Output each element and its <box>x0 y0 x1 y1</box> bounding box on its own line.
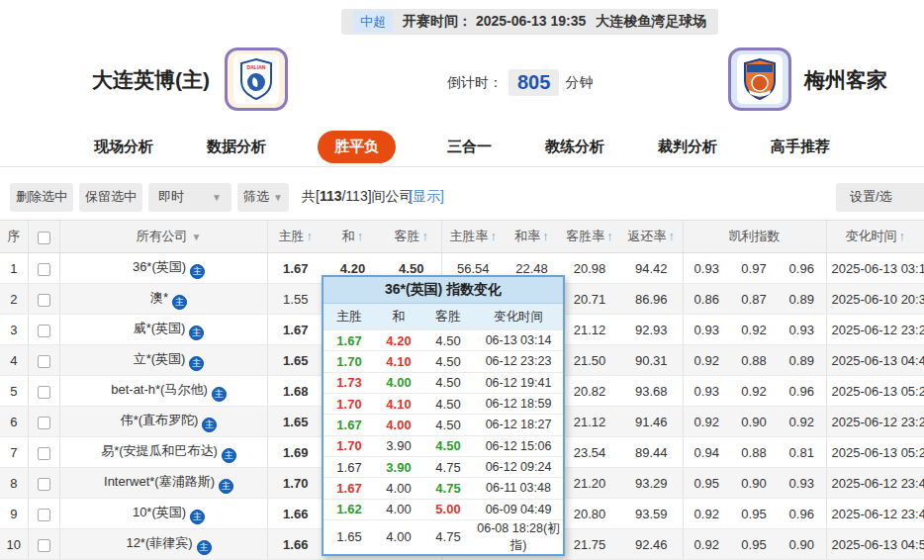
company-name[interactable]: 澳* <box>150 290 168 305</box>
popup-header-away: 客胜 <box>422 308 474 326</box>
tab-裁判分析[interactable]: 裁判分析 <box>656 131 719 163</box>
company-cell[interactable]: 36*(英国)主 <box>59 253 267 284</box>
tab-教练分析[interactable]: 教练分析 <box>543 131 606 163</box>
header-seq: 序 <box>0 221 28 253</box>
away-rate: 20.71 <box>559 284 620 315</box>
company-cell[interactable]: Interwet*(塞浦路斯)主 <box>59 468 267 499</box>
company-cell[interactable]: 12*(菲律宾)主 <box>59 529 267 560</box>
host-icon: 主 <box>190 264 205 279</box>
home-odds: 1.69 <box>267 437 323 468</box>
return-rate: 92.46 <box>620 529 683 560</box>
row-checkbox-cell <box>28 284 59 315</box>
away-rate: 21.75 <box>559 529 620 560</box>
company-cell[interactable]: 易*(安提瓜和巴布达)主 <box>59 437 267 468</box>
kelly-value: 0.96 <box>778 253 826 284</box>
company-name[interactable]: 伟*(直布罗陀) <box>121 413 199 427</box>
row-checkbox[interactable] <box>38 294 50 307</box>
header-away-odds[interactable]: 客胜↑ <box>382 221 441 253</box>
header-home-rate[interactable]: 主胜率↑ <box>441 221 505 253</box>
company-name[interactable]: 12*(菲律宾) <box>126 535 192 550</box>
popup-change-time: 06-12 09:24 <box>474 460 563 474</box>
row-checkbox[interactable] <box>38 263 50 276</box>
company-cell[interactable]: 立*(英国)主 <box>59 345 267 376</box>
header-change-time[interactable]: 变化时间↑ <box>826 221 924 253</box>
row-checkbox[interactable] <box>38 325 50 337</box>
company-cell[interactable]: 威*(英国)主 <box>59 315 267 345</box>
popup-history-row: 1.703.904.5006-12 15:06 <box>323 435 563 456</box>
sort-up-icon: ↑ <box>542 229 549 243</box>
popup-draw-odds: 4.20 <box>375 333 422 348</box>
kelly-value: 0.92 <box>683 529 730 560</box>
header-return-rate[interactable]: 返还率↑ <box>620 221 683 253</box>
row-checkbox[interactable] <box>38 478 50 491</box>
kelly-value: 0.95 <box>683 468 730 499</box>
row-seq: 10 <box>0 529 28 560</box>
company-name[interactable]: Interwet*(塞浦路斯) <box>104 474 215 489</box>
header-draw-odds[interactable]: 和↑ <box>323 221 382 253</box>
analysis-tabs: 现场分析数据分析胜平负三合一教练分析裁判分析高手推荐 <box>0 127 924 167</box>
company-name[interactable]: 易*(安提瓜和巴布达) <box>101 443 218 458</box>
row-seq: 1 <box>0 253 28 284</box>
company-name[interactable]: 36*(英国) <box>133 259 186 274</box>
show-link[interactable]: [显示] <box>409 188 444 206</box>
company-cell[interactable]: 澳*主 <box>59 284 267 315</box>
row-checkbox[interactable] <box>38 539 50 552</box>
company-name[interactable]: 立*(英国) <box>134 351 186 366</box>
home-odds: 1.68 <box>267 376 323 407</box>
row-checkbox[interactable] <box>38 447 50 460</box>
company-name[interactable]: bet-at-h*(马尔他) <box>111 382 208 397</box>
popup-header-home: 主胜 <box>323 308 375 326</box>
company-name[interactable]: 威*(英国) <box>134 321 186 335</box>
kelly-value: 0.96 <box>778 376 826 407</box>
keep-selected-button[interactable]: 保留选中 <box>79 183 142 212</box>
row-checkbox-cell <box>28 407 59 437</box>
change-time: 2025-06-12 23:23 <box>826 315 924 345</box>
row-checkbox[interactable] <box>38 509 50 521</box>
kelly-value: 0.86 <box>683 284 730 315</box>
row-seq: 2 <box>0 284 28 315</box>
row-checkbox[interactable] <box>38 386 50 399</box>
tab-胜平负[interactable]: 胜平负 <box>318 131 396 163</box>
popup-draw-odds: 4.10 <box>375 397 422 412</box>
tab-数据分析[interactable]: 数据分析 <box>205 131 268 163</box>
company-count: 共[113/113]间公司 <box>302 188 414 206</box>
select-all-checkbox[interactable] <box>38 232 50 244</box>
kickoff-time: 开赛时间： 2025-06-13 19:35 <box>403 13 586 31</box>
row-checkbox[interactable] <box>38 417 50 429</box>
header-company[interactable]: 所有公司▼ <box>59 221 267 253</box>
row-checkbox[interactable] <box>38 355 50 368</box>
tab-高手推荐[interactable]: 高手推荐 <box>769 131 832 163</box>
change-time: 2025-06-12 23:41 <box>826 499 924 529</box>
popup-home-odds: 1.62 <box>323 502 375 516</box>
sort-up-icon: ↑ <box>307 229 314 243</box>
header-away-rate[interactable]: 客胜率↑ <box>559 221 620 253</box>
popup-history-row: 1.704.104.5006-12 23:23 <box>323 350 563 371</box>
popup-home-odds: 1.67 <box>323 333 375 348</box>
filter-select[interactable]: 筛选 ▼ <box>237 183 289 212</box>
kelly-value: 0.92 <box>683 345 730 376</box>
chevron-down-icon: ▼ <box>212 192 222 203</box>
return-rate: 93.29 <box>620 468 683 499</box>
popup-header-row: 主胜 和 客胜 变化时间 <box>323 304 563 329</box>
countdown: 倒计时： 805 分钟 <box>447 69 593 96</box>
company-cell[interactable]: 10*(英国)主 <box>59 499 267 529</box>
row-seq: 5 <box>0 376 28 407</box>
countdown-value: 805 <box>508 69 559 96</box>
tab-三合一[interactable]: 三合一 <box>445 131 494 163</box>
league-badge[interactable]: 中超 <box>353 11 393 33</box>
header-draw-rate[interactable]: 和率↑ <box>505 221 559 253</box>
kelly-value: 0.93 <box>683 315 730 345</box>
return-rate: 92.93 <box>620 315 683 345</box>
header-kelly: 凯利指数 <box>683 221 826 253</box>
kelly-value: 0.96 <box>778 499 826 529</box>
header-home-odds[interactable]: 主胜↑ <box>267 221 323 253</box>
settings-button[interactable]: 设置/选 <box>836 183 924 212</box>
tab-现场分析[interactable]: 现场分析 <box>92 131 155 163</box>
live-odds-select[interactable]: 即时 ▼ <box>148 183 231 212</box>
company-cell[interactable]: 伟*(直布罗陀)主 <box>59 407 267 437</box>
delete-selected-button[interactable]: 删除选中 <box>10 183 73 212</box>
company-cell[interactable]: bet-at-h*(马尔他)主 <box>59 376 267 407</box>
company-name[interactable]: 10*(英国) <box>133 505 186 519</box>
row-checkbox-cell <box>28 376 59 407</box>
row-checkbox-cell <box>28 315 59 345</box>
